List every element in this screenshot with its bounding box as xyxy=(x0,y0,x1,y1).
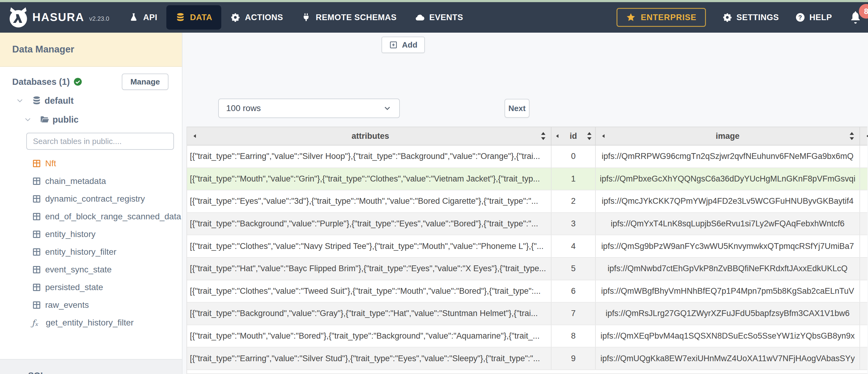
cell-attributes[interactable]: [{"trait_type":"Eyes","value":"3d"},{"tr… xyxy=(187,190,552,212)
cell-image[interactable]: ipfs://QmPbxeGcXhYQQNgsC6a36dDyYUcHgMLnG… xyxy=(596,168,860,190)
cell-image[interactable]: ipfs://QmRRPWG96cmgTn2qSzjwr2qvfNEuhunv6… xyxy=(596,146,860,167)
nav-tab-events[interactable]: EVENTS xyxy=(406,5,472,30)
cell-id[interactable]: 1 xyxy=(552,168,596,190)
enterprise-label: ENTERPRISE xyxy=(641,13,696,22)
cell-image[interactable]: ipfs://QmYxT4LnK8sqLupjbS6eRvu1si7Ly2wFQ… xyxy=(596,213,860,235)
chevron-down-icon[interactable] xyxy=(24,116,32,124)
table-grid-icon xyxy=(32,282,41,292)
table-row[interactable]: [{"trait_type":"Eyes","value":"3d"},{"tr… xyxy=(187,190,867,213)
sort-icon xyxy=(540,131,547,141)
cell-id[interactable]: 8 xyxy=(552,325,596,347)
databases-count: Databases (1) xyxy=(12,77,70,87)
table-row[interactable]: [{"trait_type":"Background","value":"Gra… xyxy=(187,303,867,325)
tree-item-public[interactable]: public xyxy=(0,110,182,129)
sidebar-table-event_sync_state[interactable]: event_sync_state xyxy=(0,261,182,279)
notifications-button[interactable]: 8 xyxy=(848,9,863,25)
cell-id[interactable]: 0 xyxy=(552,146,596,167)
cell-image[interactable]: ipfs://QmcJYkCKK7QPmYWjp4FD2e3Lv5WCGFuHN… xyxy=(596,190,860,212)
sidebar-table-label: dynamic_contract_registry xyxy=(45,194,145,204)
page-title: Data Manager xyxy=(0,33,182,67)
table-row[interactable]: [{"trait_type":"Mouth","value":"Bored"},… xyxy=(187,325,867,348)
table-grid-icon xyxy=(32,194,41,204)
sidebar-table-Nft[interactable]: Nft xyxy=(0,155,182,173)
sidebar-table-persisted_state[interactable]: persisted_state xyxy=(0,279,182,296)
cell-attributes[interactable]: [{"trait_type":"Clothes","value":"Navy S… xyxy=(187,235,552,257)
sidebar-table-raw_events[interactable]: raw_events xyxy=(0,296,182,314)
table-row[interactable]: [{"trait_type":"Clothes","value":"Tweed … xyxy=(187,280,867,303)
column-header-partial[interactable] xyxy=(860,127,867,145)
table-row[interactable]: [{"trait_type":"Earring","value":"Silver… xyxy=(187,347,867,370)
table-row[interactable]: [{"trait_type":"Background","value":"Pur… xyxy=(187,213,867,236)
column-label: attributes xyxy=(351,131,389,141)
add-label: Add xyxy=(402,40,417,50)
nav-tab-data[interactable]: DATA xyxy=(166,5,221,30)
cell-attributes[interactable]: [{"trait_type":"Background","value":"Gra… xyxy=(187,303,552,324)
tree-item-default[interactable]: default xyxy=(0,91,182,110)
sidebar-table-label: Nft xyxy=(45,159,56,168)
settings-button[interactable]: SETTINGS xyxy=(722,12,779,22)
cell-id[interactable]: 6 xyxy=(552,280,596,302)
sidebar-table-end_of_block_range_scanned_data[interactable]: end_of_block_range_scanned_data xyxy=(0,208,182,225)
column-header-attributes[interactable]: attributes xyxy=(187,127,552,145)
rows-per-page-select[interactable]: 100 rows xyxy=(218,98,400,118)
cell-image[interactable]: ipfs://QmWBgfBhyVmHNhBfEQ7p1P4Mpn7pm5b8K… xyxy=(596,280,860,302)
cell-id[interactable]: 7 xyxy=(552,303,596,324)
cell-attributes[interactable]: [{"trait_type":"Mouth","value":"Grin"},{… xyxy=(187,168,552,190)
hasura-logo-icon xyxy=(7,5,29,30)
nav-tab-actions[interactable]: ACTIONS xyxy=(221,5,292,30)
cell-id[interactable]: 9 xyxy=(552,347,596,369)
table-row[interactable]: [{"trait_type":"Clothes","value":"Navy S… xyxy=(187,235,867,258)
nav-tab-label: EVENTS xyxy=(429,13,463,22)
sidebar-table-label: raw_events xyxy=(45,300,89,310)
sql-label: SQL xyxy=(28,371,46,374)
data-table: attributesidimage [{"trait_type":"Earrin… xyxy=(186,127,867,374)
sidebar-table-dynamic_contract_registry[interactable]: dynamic_contract_registry xyxy=(0,190,182,208)
cell-image[interactable]: ipfs://QmNwbd7ctEhGpVkP8nZvBBQfiNeFKRdxf… xyxy=(596,258,860,280)
cell-id[interactable]: 3 xyxy=(552,213,596,235)
table-body: [{"trait_type":"Earring","value":"Silver… xyxy=(187,146,867,374)
sidebar-table-entity_history[interactable]: entity_history xyxy=(0,225,182,243)
sidebar-table-label: event_sync_state xyxy=(45,265,112,275)
cell-id[interactable]: 4 xyxy=(552,235,596,257)
cell-image[interactable]: ipfs://QmUQgKka8EW7exiUHnMwZ4UoXA11wV7NF… xyxy=(596,347,860,369)
top-strip xyxy=(0,0,868,2)
cell-image[interactable]: ipfs://QmXEqPbvM4aq1SQSXN8DSuEcSo5SseYW1… xyxy=(596,325,860,347)
search-tables-input[interactable] xyxy=(26,133,174,150)
nav-tab-api[interactable]: API xyxy=(120,5,167,30)
cell-attributes[interactable]: [{"trait_type":"Earring","value":"Silver… xyxy=(187,347,552,369)
cell-attributes[interactable]: [{"trait_type":"Clothes","value":"Tweed … xyxy=(187,280,552,302)
brand[interactable]: HASURA v2.23.0 xyxy=(7,5,109,30)
collapse-column-icon xyxy=(192,133,197,139)
sql-section-link[interactable]: SQL xyxy=(0,359,182,374)
table-row[interactable]: [{"trait_type":"Mouth","value":"Grin"},{… xyxy=(187,168,867,191)
table-row[interactable]: [{"trait_type":"Earring","value":"Silver… xyxy=(187,146,867,168)
sidebar-table-get_entity_history_filter[interactable]: ƒₓget_entity_history_filter xyxy=(0,314,182,332)
column-header-image[interactable]: image xyxy=(596,127,860,145)
cell-id[interactable]: 5 xyxy=(552,258,596,280)
cloud-icon xyxy=(415,12,425,22)
sidebar-table-chain_metadata[interactable]: chain_metadata xyxy=(0,173,182,190)
nav-tabs: APIDATAACTIONSREMOTE SCHEMASEVENTS xyxy=(120,2,472,33)
cell-attributes[interactable]: [{"trait_type":"Hat","value":"Bayc Flipp… xyxy=(187,258,552,280)
question-circle-icon: ? xyxy=(795,12,805,22)
chevron-down-icon[interactable] xyxy=(16,97,24,105)
cell-id[interactable]: 2 xyxy=(552,190,596,212)
add-row-button[interactable]: Add xyxy=(381,37,425,53)
cell-attributes[interactable]: [{"trait_type":"Earring","value":"Silver… xyxy=(187,146,552,167)
cell-attributes[interactable]: [{"trait_type":"Background","value":"Pur… xyxy=(187,213,552,235)
column-header-id[interactable]: id xyxy=(552,127,596,145)
cell-image[interactable]: ipfs://QmSg9bPzW9anFYc3wWU5KnvymwkxQTpmq… xyxy=(596,235,860,257)
enterprise-button[interactable]: ENTERPRISE xyxy=(617,8,706,27)
manage-button[interactable]: Manage xyxy=(122,73,168,90)
cell-partial xyxy=(860,146,867,167)
sidebar-table-entity_history_filter[interactable]: entity_history_filter xyxy=(0,243,182,261)
nav-tab-remote-schemas[interactable]: REMOTE SCHEMAS xyxy=(292,5,406,30)
help-button[interactable]: ? HELP xyxy=(795,12,832,22)
cell-partial xyxy=(860,303,867,324)
table-row[interactable]: [{"trait_type":"Hat","value":"Bayc Flipp… xyxy=(187,258,867,280)
cell-attributes[interactable]: [{"trait_type":"Mouth","value":"Bored"},… xyxy=(187,325,552,347)
browse-rows-panel: Add 100 rows Next attributesidimage [{"t… xyxy=(183,33,868,374)
cell-image[interactable]: ipfs://QmRsJLrg27GQ1ZWyrXZFuJFdU5bapfzsy… xyxy=(596,303,860,324)
next-page-button[interactable]: Next xyxy=(504,99,530,118)
check-circle-icon xyxy=(73,77,82,86)
